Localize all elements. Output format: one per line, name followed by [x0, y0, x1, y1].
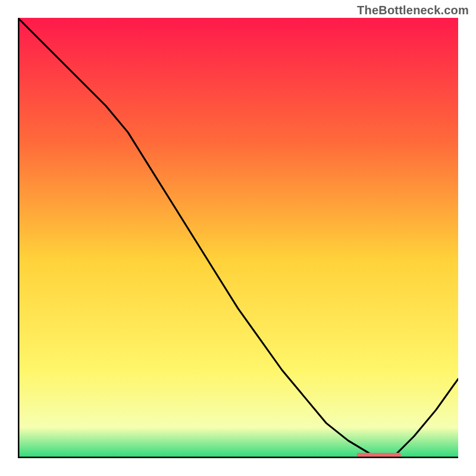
- bottleneck-plot: [18, 18, 458, 458]
- plot-svg: [18, 18, 458, 458]
- watermark-text: TheBottleneck.com: [357, 4, 469, 17]
- highlight-marker: [357, 453, 401, 457]
- chart-stage: TheBottleneck.com: [0, 0, 476, 476]
